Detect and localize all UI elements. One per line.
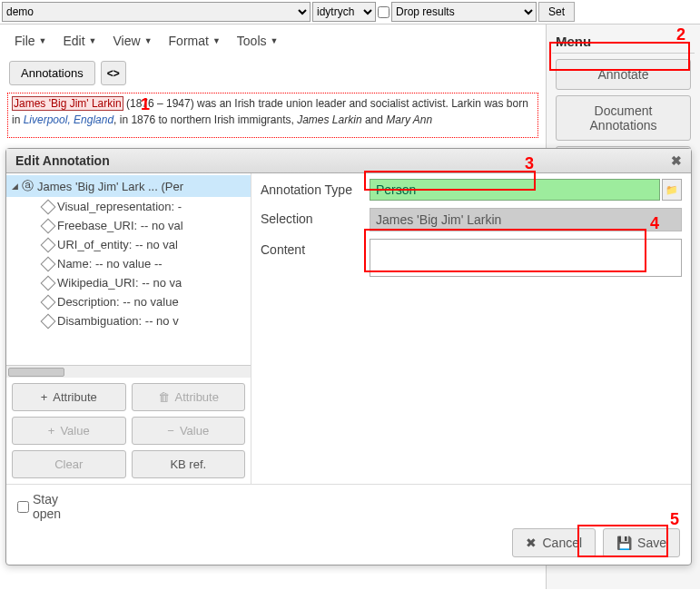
tree-item[interactable]: URI_of_entity: -- no val (6, 235, 251, 254)
drop-select[interactable]: Drop results (391, 2, 537, 22)
sidebar-item-annotate[interactable]: Annotate (556, 59, 691, 90)
menu-view[interactable]: View▼ (113, 34, 153, 48)
callout-5: 5 (670, 510, 679, 529)
menu-file[interactable]: File▼ (15, 34, 46, 48)
chevron-down-icon: ▼ (89, 36, 97, 45)
kb-ref-button[interactable]: KB ref. (132, 450, 246, 478)
tag-icon (41, 294, 56, 310)
annotation-type-input[interactable] (370, 179, 660, 201)
selection-label: Selection (261, 208, 370, 226)
delete-value-button[interactable]: −Value (132, 417, 246, 445)
callout-2: 2 (676, 25, 685, 44)
dialog-title: Edit Annotation (15, 153, 110, 168)
selection-value: James 'Big Jim' Larkin (370, 208, 682, 231)
tag-icon (41, 237, 56, 252)
dialog-titlebar[interactable]: Edit Annotation ✖ (6, 149, 691, 173)
annotation-form: Annotation Type 📁 Selection James 'Big J… (251, 173, 691, 484)
trash-icon: 🗑 (158, 390, 170, 404)
tag-icon (41, 199, 56, 214)
collapse-icon[interactable]: ◢ (12, 182, 18, 191)
close-icon[interactable]: ✖ (671, 153, 682, 168)
folder-icon[interactable]: 📁 (662, 179, 682, 201)
minus-icon: − (167, 424, 174, 438)
menu-edit[interactable]: Edit▼ (63, 34, 96, 48)
chevron-down-icon: ▼ (212, 36, 221, 45)
tree-item[interactable]: Description: -- no value (6, 292, 251, 311)
sidebar-item-doc-annotations[interactable]: Document Annotations (556, 95, 691, 141)
edit-annotation-dialog: Edit Annotation ✖ ◢ ⓐ James 'Big Jim' La… (5, 148, 692, 565)
plus-icon: + (48, 424, 55, 438)
stay-open-checkbox[interactable] (17, 501, 29, 513)
callout-4: 4 (650, 214, 659, 233)
annotation-icon: ⓐ (22, 178, 34, 194)
content-label: Content (261, 239, 370, 257)
toolbar: Annotations <> (0, 57, 546, 93)
type-label: Annotation Type (261, 179, 370, 197)
tag-icon (41, 256, 56, 271)
save-icon: 💾 (616, 536, 632, 550)
chevron-down-icon: ▼ (271, 36, 279, 45)
tree-item[interactable]: Wikipedia_URI: -- no va (6, 273, 251, 292)
clear-button[interactable]: Clear (12, 450, 126, 478)
attribute-tree: ◢ ⓐ James 'Big Jim' Lark ... (Per Visual… (6, 173, 251, 484)
topbar: demo idytrych Drop results Set (0, 0, 700, 25)
stay-open-toggle[interactable]: Stay open (17, 492, 82, 521)
menubar: File▼ Edit▼ View▼ Format▼ Tools▼ (0, 25, 546, 57)
chevron-down-icon: ▼ (144, 36, 153, 45)
callout-3: 3 (525, 154, 534, 173)
drop-checkbox[interactable] (378, 6, 389, 18)
sidebar-title: Menu (552, 30, 695, 54)
tree-item[interactable]: Name: -- no value -- (6, 254, 251, 273)
delete-attribute-button[interactable]: 🗑Attribute (132, 383, 246, 411)
tree-item[interactable]: Disambiguation: -- no v (6, 311, 251, 330)
dialog-footer: Stay open (6, 484, 691, 528)
tag-icon (41, 218, 56, 233)
code-icon-button[interactable]: <> (101, 61, 126, 85)
link-liverpool[interactable]: Liverpool, England (24, 113, 113, 126)
demo-select[interactable]: demo (2, 2, 311, 22)
annotations-button[interactable]: Annotations (9, 61, 95, 85)
tree-item[interactable]: Visual_representation: - (6, 197, 251, 216)
tag-icon (41, 275, 56, 290)
set-button[interactable]: Set (538, 2, 575, 22)
document-content[interactable]: James 'Big Jim' Larkin (1876 – 1947) was… (7, 93, 538, 138)
plus-icon: + (41, 390, 48, 404)
tag-icon (41, 313, 56, 329)
callout-1: 1 (141, 95, 150, 114)
menu-tools[interactable]: Tools▼ (237, 34, 279, 48)
menu-format[interactable]: Format▼ (169, 34, 221, 48)
x-icon: ✖ (526, 536, 537, 550)
horizontal-scrollbar[interactable] (6, 365, 251, 378)
save-button[interactable]: 💾Save (603, 528, 680, 557)
content-input[interactable] (370, 239, 682, 277)
add-value-button[interactable]: +Value (12, 417, 126, 445)
user-select[interactable]: idytrych (312, 2, 376, 22)
tree-item[interactable]: Freebase_URI: -- no val (6, 216, 251, 235)
cancel-button[interactable]: ✖Cancel (512, 528, 596, 557)
tree-root[interactable]: ◢ ⓐ James 'Big Jim' Lark ... (Per (6, 175, 251, 197)
chevron-down-icon: ▼ (39, 36, 47, 45)
add-attribute-button[interactable]: +Attribute (12, 383, 126, 411)
highlighted-entity[interactable]: James 'Big Jim' Larkin (12, 96, 123, 111)
